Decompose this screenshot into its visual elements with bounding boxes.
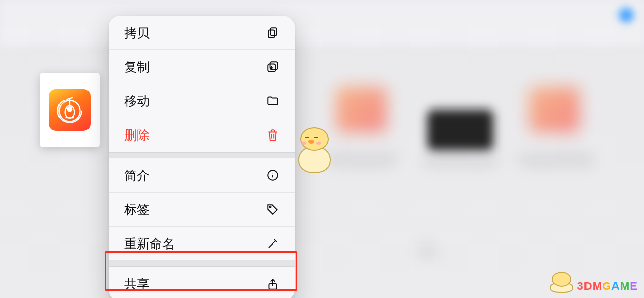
menu-item-label: 复制	[124, 59, 150, 75]
menu-item-info[interactable]: 简介	[109, 158, 295, 193]
svg-point-8	[272, 173, 273, 173]
menu-item-label: 删除	[124, 127, 150, 144]
info-circle-icon	[266, 169, 279, 182]
trash-icon	[266, 128, 279, 142]
menu-item-label: 拷贝	[124, 24, 150, 41]
menu-item-label: 重新命名	[124, 235, 175, 252]
blurred-label-3	[519, 153, 595, 167]
svg-rect-3	[271, 28, 277, 35]
selected-file-thumbnail[interactable]	[40, 73, 100, 147]
menu-item-copy[interactable]: 拷贝	[109, 16, 295, 50]
svg-point-2	[68, 107, 72, 111]
doc-on-doc-icon	[266, 26, 279, 39]
menu-item-label: 简介	[124, 167, 150, 184]
menu-item-label: 移动	[124, 93, 150, 110]
pencil-icon	[266, 237, 279, 250]
garageband-icon	[49, 89, 91, 131]
folder-icon	[266, 94, 279, 107]
tag-icon	[266, 203, 279, 216]
plus-square-on-square-icon	[266, 60, 279, 73]
menu-item-delete[interactable]: 删除	[109, 118, 295, 152]
menu-item-share[interactable]: 共享	[109, 267, 295, 298]
menu-item-label: 共享	[124, 276, 150, 292]
blurred-label-2	[422, 153, 499, 167]
blurred-action-button	[619, 7, 634, 22]
menu-item-rename[interactable]: 重新命名	[109, 227, 295, 261]
blurred-file-1	[336, 87, 387, 132]
blurred-file-2	[427, 110, 493, 150]
menu-separator	[109, 261, 295, 267]
share-icon	[266, 278, 279, 291]
svg-point-9	[270, 206, 271, 208]
menu-item-tags[interactable]: 标签	[109, 193, 295, 227]
blurred-file-3	[529, 87, 580, 132]
blurred-top-bar	[0, 0, 644, 46]
file-context-menu: 拷贝 复制 移动 删除 简介 标签 重新命名	[109, 16, 295, 298]
blurred-label-1	[326, 153, 397, 167]
mascot-character	[295, 127, 336, 173]
svg-rect-4	[268, 30, 274, 38]
menu-separator	[109, 152, 295, 158]
blurred-element	[417, 245, 437, 259]
menu-item-label: 标签	[124, 201, 150, 218]
menu-item-move[interactable]: 移动	[109, 84, 295, 118]
menu-item-duplicate[interactable]: 复制	[109, 50, 295, 84]
